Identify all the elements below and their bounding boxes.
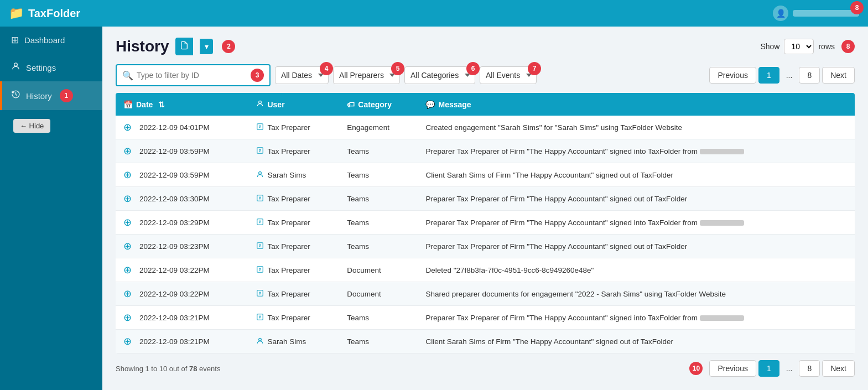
badge-2: 2 — [222, 40, 235, 53]
badge-5: 5 — [391, 62, 404, 75]
message-text: Created engagement "Sarah Sims" for "Sar… — [425, 123, 682, 132]
expand-icon[interactable]: ⊕ — [123, 288, 132, 300]
user-name: Tax Preparer — [267, 266, 310, 274]
export-dropdown-button[interactable]: ▾ — [200, 39, 213, 54]
date-cell: ⊕ 2022-12-09 04:01PM — [116, 116, 248, 139]
category-cell: Engagement — [339, 116, 418, 139]
expand-icon[interactable]: ⊕ — [123, 335, 132, 347]
svg-point-4 — [259, 171, 262, 174]
sidebar-item-settings[interactable]: Settings — [0, 54, 102, 81]
badge-8: 8 — [850, 1, 864, 14]
date-cell: ⊕ 2022-12-09 03:59PM — [116, 163, 248, 187]
logo-icon: 📁 — [9, 6, 24, 20]
show-rows-area: Show 10 25 50 rows 8 — [760, 39, 855, 54]
expand-icon[interactable]: ⊕ — [123, 240, 132, 252]
category-cell: Teams — [339, 211, 418, 235]
prev-button-bottom[interactable]: Previous — [709, 360, 756, 377]
message-text: Client Sarah Sims of Firm "The Happy Acc… — [425, 171, 673, 179]
category-cell: Document — [339, 282, 418, 306]
user-type-icon — [256, 313, 264, 323]
user-col-label: User — [267, 100, 284, 109]
preparers-filter-wrapper: All Preparers 5 — [333, 66, 400, 84]
expand-icon[interactable]: ⊕ — [123, 169, 132, 181]
sidebar-item-history[interactable]: History 1 — [0, 81, 102, 110]
page-header: History ▾ 2 Show 10 25 50 rows 8 — [116, 38, 855, 55]
category-cell: Teams — [339, 306, 418, 330]
next-button-top[interactable]: Next — [822, 67, 855, 84]
col-message: 💬 Message — [418, 93, 855, 116]
page-8-button-top[interactable]: 8 — [799, 67, 820, 84]
date-cell: ⊕ 2022-12-09 03:23PM — [116, 235, 248, 258]
rows-label: rows — [818, 42, 835, 51]
user-name: Tax Preparer — [267, 123, 310, 132]
rows-select[interactable]: 10 25 50 — [784, 39, 814, 54]
expand-icon[interactable]: ⊕ — [123, 121, 132, 133]
hide-button[interactable]: ← Hide — [13, 119, 50, 133]
prev-button-top[interactable]: Previous — [709, 67, 756, 84]
badge-10: 10 — [689, 362, 703, 375]
pagination-top: Previous 1 ... 8 Next — [709, 67, 855, 84]
message-col-label: Message — [438, 100, 471, 109]
pagination-bottom: Previous 1 ... 8 Next — [709, 360, 855, 377]
page-1-button-top[interactable]: 1 — [758, 67, 779, 84]
export-button[interactable] — [175, 38, 193, 55]
user-name: Sarah Sims — [267, 171, 306, 179]
table-row: ⊕ 2022-12-09 03:29PM Tax Preparer TeamsP… — [116, 211, 855, 235]
user-type-icon — [256, 194, 264, 204]
date-value: 2022-12-09 03:23PM — [139, 242, 210, 251]
user-cell: Sarah Sims — [248, 330, 339, 353]
page-dots-bottom: ... — [782, 361, 797, 376]
table-row: ⊕ 2022-12-09 03:22PM Tax Preparer Docume… — [116, 258, 855, 282]
expand-icon[interactable]: ⊕ — [123, 145, 132, 157]
col-user: User — [248, 93, 339, 116]
preparers-filter[interactable]: All Preparers — [333, 66, 400, 84]
message-text: Preparer Tax Preparer of Firm "The Happy… — [425, 314, 698, 322]
user-type-icon — [256, 123, 264, 132]
top-navigation: 📁 TaxFolder 👤 8 — [0, 0, 868, 27]
expand-icon[interactable]: ⊕ — [123, 264, 132, 276]
badge-6: 6 — [466, 62, 480, 75]
events-label: events — [199, 365, 220, 373]
message-text: Shared preparer documents for engagement… — [425, 290, 726, 298]
user-type-icon — [256, 337, 264, 346]
categories-filter[interactable]: All Categories — [404, 66, 475, 84]
expand-icon[interactable]: ⊕ — [123, 216, 132, 228]
message-cell: Preparer Tax Preparer of Firm "The Happy… — [418, 306, 855, 330]
date-filter-wrapper: All Dates 4 — [275, 66, 329, 84]
date-value: 2022-12-09 03:21PM — [139, 314, 210, 322]
date-cell: ⊕ 2022-12-09 03:21PM — [116, 306, 248, 330]
user-cell: Tax Preparer — [248, 139, 339, 163]
table-row: ⊕ 2022-12-09 03:21PM Tax Preparer TeamsP… — [116, 306, 855, 330]
sidebar-item-dashboard[interactable]: ⊞ Dashboard — [0, 27, 102, 54]
user-avatar-icon: 👤 — [773, 6, 788, 21]
total-count: 78 — [189, 365, 197, 373]
table-row: ⊕ 2022-12-09 03:59PM Tax Preparer TeamsP… — [116, 139, 855, 163]
date-value: 2022-12-09 04:01PM — [139, 123, 210, 132]
svg-point-1 — [259, 101, 262, 103]
user-name: Tax Preparer — [267, 219, 310, 227]
dashboard-icon: ⊞ — [11, 34, 19, 46]
message-cell: Preparer Tax Preparer of Firm "The Happy… — [418, 211, 855, 235]
history-icon — [11, 90, 20, 102]
user-name: Tax Preparer — [267, 195, 310, 203]
page-title-area: History ▾ 2 — [116, 38, 235, 55]
page-8-button-bottom[interactable]: 8 — [799, 360, 820, 377]
message-cell: Preparer Tax Preparer of Firm "The Happy… — [418, 187, 855, 211]
history-table: 📅 Date ⇅ User — [116, 93, 855, 353]
expand-icon[interactable]: ⊕ — [123, 193, 132, 205]
page-1-button-bottom[interactable]: 1 — [758, 360, 779, 377]
user-cell: Tax Preparer — [248, 116, 339, 139]
search-input[interactable] — [137, 71, 247, 80]
date-cell: ⊕ 2022-12-09 03:21PM — [116, 330, 248, 353]
categories-filter-wrapper: All Categories 6 — [404, 66, 475, 84]
page-title: History — [116, 38, 169, 55]
badge-7: 7 — [528, 62, 541, 75]
expand-icon[interactable]: ⊕ — [123, 311, 132, 324]
date-value: 2022-12-09 03:22PM — [139, 290, 210, 298]
user-name: Tax Preparer — [267, 290, 310, 298]
history-badge-1: 1 — [60, 89, 73, 102]
user-type-icon — [256, 266, 264, 275]
table-header-row: 📅 Date ⇅ User — [116, 93, 855, 116]
category-cell: Teams — [339, 235, 418, 258]
next-button-bottom[interactable]: Next — [822, 360, 855, 377]
